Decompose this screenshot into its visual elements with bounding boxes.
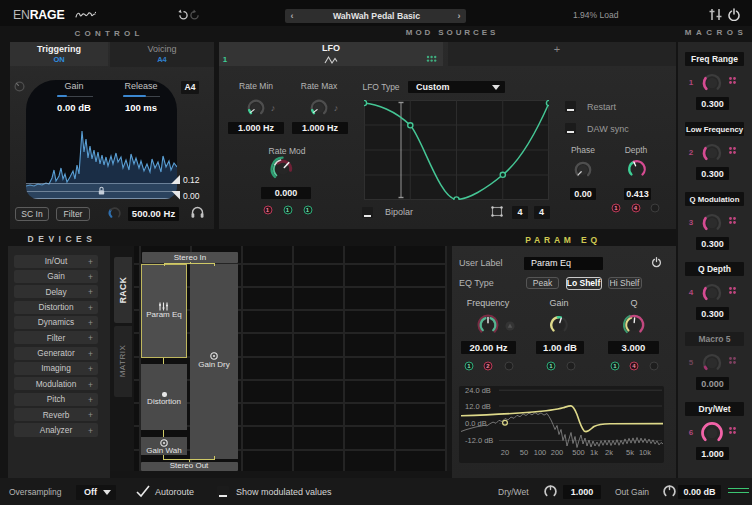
svg-text:24.0 dB: 24.0 dB <box>465 386 491 395</box>
svg-text:1k: 1k <box>590 448 598 457</box>
svg-text:50: 50 <box>520 448 528 457</box>
svg-text:100: 100 <box>534 448 547 457</box>
svg-text:500: 500 <box>572 448 585 457</box>
svg-text:20: 20 <box>501 448 509 457</box>
svg-text:5k: 5k <box>626 448 634 457</box>
svg-text:-12.0 dB: -12.0 dB <box>465 436 493 445</box>
svg-text:2k: 2k <box>605 448 613 457</box>
svg-text:10k: 10k <box>639 448 651 457</box>
svg-text:12.0 dB: 12.0 dB <box>465 401 491 410</box>
svg-text:200: 200 <box>551 448 564 457</box>
